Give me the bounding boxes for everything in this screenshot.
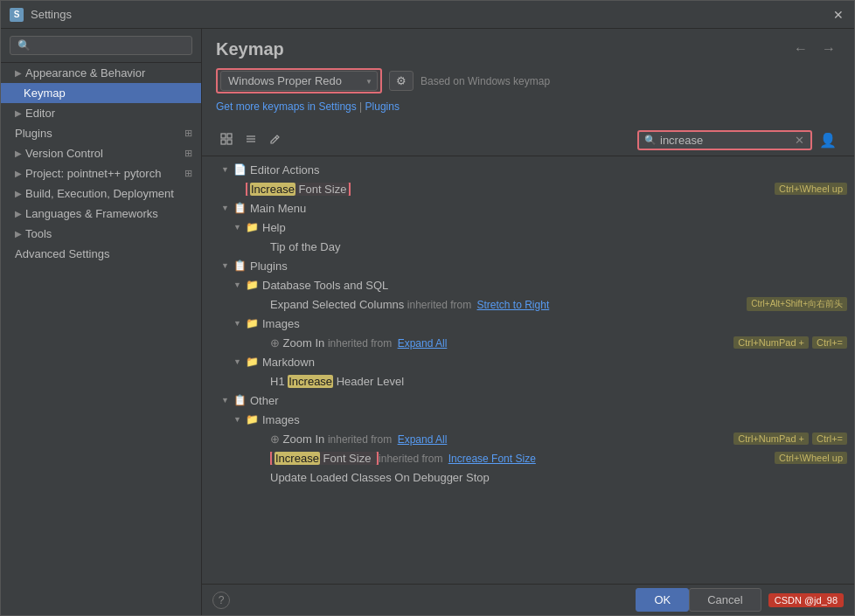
tree-arrow-icon: ▼ <box>233 223 246 232</box>
zoom-icon: ⊕ <box>270 433 280 446</box>
folder-icon: 📁 <box>246 221 259 233</box>
tree-node-label: Other <box>250 394 847 407</box>
folder-icon: 📁 <box>246 317 259 329</box>
keymap-select-wrapper: Windows Proper Redo <box>216 68 382 93</box>
tree-row[interactable]: ▼ 📁 Help <box>202 218 854 237</box>
edit-shortcut-button[interactable] <box>265 130 286 150</box>
sidebar-item-languages[interactable]: ▶ Languages & Frameworks <box>1 204 201 224</box>
svg-rect-2 <box>221 140 226 144</box>
main-content: ▶ Appearance & Behavior Keymap ▶ Editor … <box>1 29 854 615</box>
folder-icon: 📋 <box>233 260 247 272</box>
sidebar-item-appearance[interactable]: ▶ Appearance & Behavior <box>1 63 201 83</box>
highlight-text: Increase <box>275 452 320 465</box>
sidebar-search-input[interactable] <box>10 36 192 55</box>
sidebar-item-project[interactable]: ▶ Project: pointnet++ pytorch ⊞ <box>1 163 201 183</box>
sidebar-item-keymap[interactable]: Keymap <box>1 83 201 103</box>
inherited-link[interactable]: Expand All <box>398 337 448 350</box>
inherited-link[interactable]: Expand All <box>398 433 448 446</box>
tree-row[interactable]: ▼ 📋 Main Menu <box>202 198 854 218</box>
toolbar: 🔍 ✕ 👤 <box>202 125 854 156</box>
sidebar-item-version-control[interactable]: ▶ Version Control ⊞ <box>1 143 201 163</box>
tree-arrow-icon: ▼ <box>233 319 246 328</box>
inherited-link[interactable]: Stretch to Right <box>477 299 550 311</box>
csdn-badge: CSDN @jd_98 <box>768 593 844 607</box>
folder-icon: 📁 <box>246 356 259 368</box>
footer: ? OK Cancel CSDN @jd_98 <box>202 584 854 615</box>
tree-node-label: Editor Actions <box>250 163 847 176</box>
window-title: Settings <box>31 8 831 21</box>
tree-arrow-icon: ▼ <box>233 280 246 289</box>
sidebar-item-label: Languages & Frameworks <box>25 207 158 220</box>
tree-row[interactable]: Tip of the Day <box>202 237 854 256</box>
expand-all-button[interactable] <box>216 130 237 150</box>
svg-rect-1 <box>227 134 232 138</box>
tree-row[interactable]: ▼ 📁 Markdown <box>202 352 854 371</box>
sidebar-item-tools[interactable]: ▶ Tools <box>1 224 201 244</box>
plugins-link[interactable]: Plugins <box>365 100 400 113</box>
main-header: Keymap ← → Windows Proper Redo ⚙ <box>202 29 854 125</box>
highlight-text: Increase <box>288 375 333 388</box>
tree-row[interactable]: ▼ 📁 Images <box>202 314 854 333</box>
svg-line-7 <box>275 137 277 139</box>
label-post: Font Size <box>323 452 372 465</box>
sidebar-item-label: Appearance & Behavior <box>25 66 145 80</box>
gear-button[interactable]: ⚙ <box>389 71 414 91</box>
tree-row[interactable]: ▼ 📋 Plugins <box>202 256 854 275</box>
tree-row[interactable]: ▼ 📁 Database Tools and SQL <box>202 275 854 294</box>
shortcut-badge: Ctrl+\Wheel up <box>775 452 847 464</box>
tree-arrow-icon: ▼ <box>221 165 233 174</box>
close-button[interactable]: ✕ <box>831 8 845 22</box>
tree-row[interactable]: ▼ 📁 Images <box>202 410 854 429</box>
settings-window: S Settings ✕ ▶ Appearance & Behavior Key… <box>0 0 855 616</box>
tree-node-label: Plugins <box>250 260 847 273</box>
shortcut-badge: Ctrl+NumPad + <box>733 336 809 349</box>
help-button[interactable]: ? <box>212 592 230 609</box>
shortcut-badge-alt: Ctrl+= <box>812 433 847 445</box>
sidebar-item-label: Version Control <box>25 147 103 160</box>
tree-node-label: Update Loaded Classes On Debugger Stop <box>270 471 847 484</box>
nav-forward-button[interactable]: → <box>817 39 840 59</box>
tree-row[interactable]: ⊕ Zoom In inherited from Expand All Ctrl… <box>202 429 854 448</box>
search-clear-button[interactable]: ✕ <box>795 134 804 147</box>
shortcut-badge: Ctrl+Alt+Shift+向右前头 <box>747 297 847 311</box>
tree-node-label: Markdown <box>262 356 847 369</box>
tree-row[interactable]: Expand Selected Columns inherited from S… <box>202 294 854 314</box>
tree-row[interactable]: Increase Font Size inherited from Increa… <box>202 448 854 467</box>
tree-row[interactable]: ⊕ Zoom In inherited from Expand All Ctrl… <box>202 333 854 352</box>
keymap-search-input[interactable] <box>660 134 791 147</box>
collapse-all-button[interactable] <box>240 130 261 150</box>
keymap-select[interactable]: Windows Proper Redo <box>220 71 378 91</box>
tree-row[interactable]: H1 Increase Header Level <box>202 371 854 391</box>
tree-row[interactable]: ▼ 📄 Editor Actions <box>202 160 854 179</box>
inherited-text: inherited from <box>407 299 475 311</box>
cancel-button[interactable]: Cancel <box>689 588 761 612</box>
tree-row[interactable]: Increase Font Size Ctrl+\Wheel up <box>202 179 854 198</box>
tree-node-label: Increase Font Size inherited from Increa… <box>270 452 771 465</box>
tree-node-label: ⊕ Zoom In inherited from Expand All <box>270 433 730 446</box>
svg-rect-0 <box>221 134 226 138</box>
inherited-text: inherited from <box>379 453 446 465</box>
tree-node-label: Help <box>262 221 847 234</box>
highlighted-item-box: Increase Font Size <box>246 183 351 196</box>
tree-row[interactable]: ▼ 📋 Other <box>202 391 854 410</box>
main-panel: Keymap ← → Windows Proper Redo ⚙ <box>202 29 854 615</box>
sidebar-item-editor[interactable]: ▶ Editor <box>1 103 201 123</box>
get-more-links: Get more keymaps in Settings | Plugins <box>216 100 840 120</box>
arrow-icon: ▶ <box>15 108 22 118</box>
inherited-link[interactable]: Increase Font Size <box>448 453 536 465</box>
tree-row[interactable]: Update Loaded Classes On Debugger Stop <box>202 467 854 487</box>
search-field-wrapper: 🔍 ✕ <box>637 130 812 150</box>
ok-button[interactable]: OK <box>636 588 689 612</box>
sidebar-item-plugins[interactable]: Plugins ⊞ <box>1 123 201 143</box>
nav-back-button[interactable]: ← <box>789 39 812 59</box>
person-icon-button[interactable]: 👤 <box>816 130 840 150</box>
get-more-keymaps-link[interactable]: Get more keymaps in Settings <box>216 100 357 113</box>
highlighted-item-box: Increase Font Size <box>270 452 379 465</box>
sidebar-item-advanced[interactable]: Advanced Settings <box>1 244 201 264</box>
project-icon: ⊞ <box>184 168 192 179</box>
arrow-icon: ▶ <box>15 169 22 178</box>
sidebar-item-build[interactable]: ▶ Build, Execution, Deployment <box>1 183 201 204</box>
sidebar-item-label: Plugins <box>15 127 52 140</box>
highlight-text: Increase <box>250 183 295 196</box>
tree-arrow-icon: ▼ <box>221 204 233 212</box>
